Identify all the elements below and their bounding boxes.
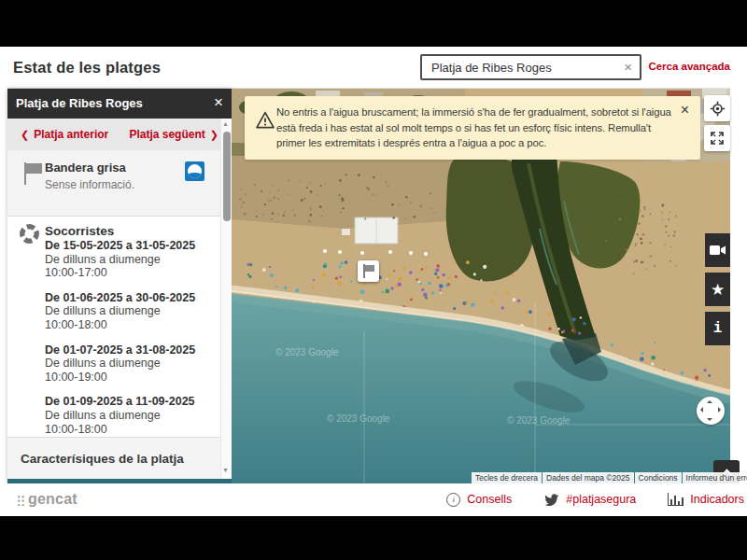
advanced-search-link[interactable]: Cerca avançada [648, 61, 730, 72]
schedule-range: De 15-05-2025 a 31-05-2025 [45, 239, 211, 253]
beach-flag-marker[interactable] [358, 260, 379, 282]
pan-down-icon [707, 418, 712, 421]
platjasegura-label: #platjasegura [566, 493, 636, 506]
lifeguard-schedule: De 15-05-2025 a 31-05-2025 De dilluns a … [45, 239, 211, 280]
pan-right-icon [718, 407, 721, 413]
safety-warning-banner: No entris a l'aigua bruscament; la immer… [245, 96, 700, 160]
search-box: × [420, 54, 641, 80]
gencat-glyph-icon [17, 494, 25, 506]
scrollbar-thumb[interactable] [223, 132, 231, 221]
flag-status-text: Sense informació. [45, 178, 134, 191]
indicadors-link[interactable]: Indicadors [668, 493, 744, 506]
accordion-beach-characteristics[interactable]: Caracterísiques de la platja [7, 437, 220, 479]
schedule-hours: 10:00-17:00 [45, 266, 211, 280]
favorites-button[interactable]: ★ [705, 273, 730, 306]
info-circle-icon: i [446, 493, 460, 507]
gencat-logo[interactable]: gencat [17, 491, 78, 508]
webcam-button[interactable] [705, 233, 730, 267]
fullscreen-button[interactable] [704, 125, 730, 151]
beach-panel: Platja de Ribes Roges × ❮ Platja anterio… [7, 89, 232, 483]
info-button[interactable]: i [705, 312, 730, 345]
schedule-range: De 01-09-2025 a 11-09-2025 [45, 395, 211, 409]
footer: gencat i Consells #platjasegura Indicado… [7, 483, 745, 515]
chart-bars-icon [668, 493, 684, 506]
next-beach-label: Platja següent [129, 128, 204, 141]
lifeguard-schedule: De 01-09-2025 a 11-09-2025 De dilluns a … [45, 395, 211, 436]
lifeguards-title: Socorristes [45, 224, 211, 238]
page: Estat de les platges × Cerca avançada Pl… [0, 47, 747, 516]
pan-left-icon [700, 407, 703, 413]
close-icon[interactable]: × [214, 93, 223, 112]
info-icon: i [713, 320, 723, 337]
close-icon[interactable]: × [681, 102, 689, 119]
panel-body: Bandera grisa Sense informació. Socorris… [7, 150, 220, 479]
page-title: Estat de les platges [13, 59, 161, 77]
schedule-days: De dilluns a diumenge [45, 253, 211, 267]
beach-nav: ❮ Platja anterior Platja següent ❯ [7, 119, 232, 150]
chevron-left-icon: ❮ [21, 129, 29, 141]
schedule-range: De 01-07-2025 a 31-08-2025 [45, 343, 211, 357]
clear-search-icon[interactable]: × [624, 59, 632, 75]
scroll-up-icon[interactable]: ▲ [222, 120, 229, 127]
prev-beach-link[interactable]: ❮ Platja anterior [21, 128, 108, 141]
locate-icon [710, 101, 726, 117]
gencat-logo-text: gencat [28, 491, 78, 508]
warning-icon [254, 109, 276, 132]
schedule-days: De dilluns a diumenge [45, 409, 211, 423]
scroll-down-icon[interactable]: ▼ [222, 467, 229, 473]
consells-label: Consells [467, 493, 512, 506]
footer-links: i Consells #platjasegura Indicadors [446, 493, 744, 507]
schedule-hours: 10:00-18:00 [45, 423, 211, 437]
lifeguard-schedule: De 01-07-2025 a 31-08-2025 De dilluns a … [45, 343, 211, 385]
warning-text: No entris a l'aigua bruscament; la immer… [276, 105, 672, 151]
grey-flag-icon [24, 162, 43, 185]
schedule-hours: 10:00-18:00 [45, 318, 211, 332]
star-icon: ★ [711, 282, 725, 298]
schedule-days: De dilluns a diumenge [45, 357, 211, 371]
blue-flag-award-icon [185, 161, 204, 181]
flag-status-section: Bandera grisa Sense informació. [7, 150, 220, 217]
lifeguards-section: Socorristes De 15-05-2025 a 31-05-2025 D… [7, 217, 220, 447]
pan-up-icon [707, 400, 712, 403]
schedule-days: De dilluns a diumenge [45, 304, 211, 318]
app-window: Estat de les platges × Cerca avançada Pl… [7, 47, 745, 516]
schedule-hours: 10:00-19:00 [45, 371, 211, 385]
locate-button[interactable] [704, 95, 730, 121]
lifeguard-schedule: De 01-06-2025 a 30-06-2025 De dilluns a … [45, 291, 211, 332]
flag-label: Bandera grisa [45, 161, 126, 175]
indicadors-label: Indicadors [690, 493, 744, 506]
camera-icon [710, 245, 726, 256]
platjasegura-link[interactable]: #platjasegura [543, 493, 636, 507]
schedule-range: De 01-06-2025 a 30-06-2025 [45, 291, 211, 305]
search-input[interactable] [430, 56, 616, 78]
lifebuoy-icon [19, 223, 40, 245]
pan-control[interactable] [697, 397, 725, 425]
panel-header: Platja de Ribes Roges × [7, 89, 232, 119]
chevron-right-icon: ❯ [210, 129, 218, 141]
consells-link[interactable]: i Consells [446, 493, 512, 507]
twitter-icon [543, 493, 559, 507]
sidebar-scrollbar[interactable]: ▲ ▼ [220, 119, 232, 479]
panel-title: Platja de Ribes Roges [16, 96, 143, 110]
prev-beach-label: Platja anterior [34, 128, 108, 141]
next-beach-link[interactable]: Platja següent ❯ [129, 128, 218, 141]
accordion-label: Caracterísiques de la platja [21, 452, 184, 466]
header: Estat de les platges × Cerca avançada [7, 47, 730, 89]
fullscreen-icon [710, 131, 725, 146]
